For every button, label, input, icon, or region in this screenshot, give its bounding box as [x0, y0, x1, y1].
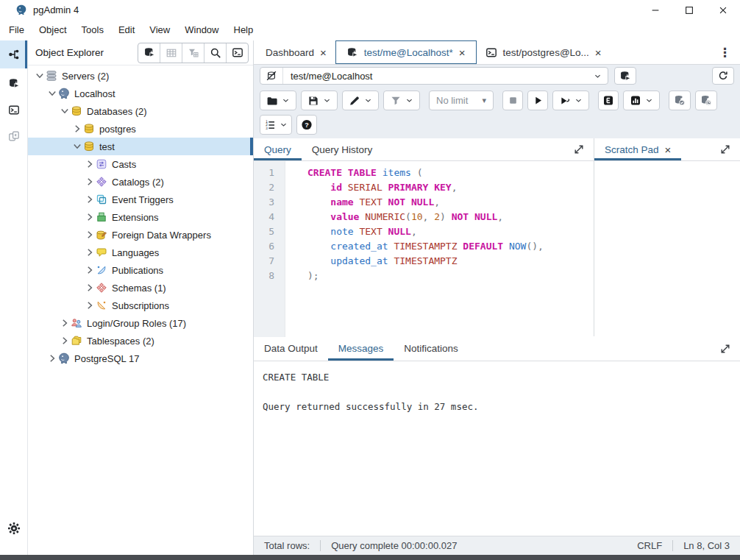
- explain-button[interactable]: [598, 91, 619, 110]
- eol-indicator: CRLF: [627, 540, 672, 551]
- tree-item-foreign-data-wrappers[interactable]: Foreign Data Wrappers: [28, 226, 253, 244]
- chevron-right-icon[interactable]: [84, 247, 96, 258]
- rollback-button[interactable]: [695, 91, 717, 110]
- chevron-right-icon[interactable]: [71, 123, 83, 135]
- pgadmin-window: pgAdmin 4 FileObjectToolsEditViewWindowH…: [0, 0, 740, 560]
- chevron-right-icon[interactable]: [59, 335, 71, 347]
- help-button[interactable]: ?: [296, 115, 317, 135]
- tab-query[interactable]: Query: [254, 138, 302, 160]
- close-icon[interactable]: ×: [595, 47, 602, 58]
- chevron-right-icon[interactable]: [84, 194, 96, 205]
- menu-tools[interactable]: Tools: [74, 20, 111, 40]
- execute-options-button[interactable]: [552, 91, 589, 110]
- tree-item-catalogs-2[interactable]: Catalogs (2): [28, 173, 253, 191]
- querytool-button[interactable]: [138, 43, 160, 63]
- settings-button[interactable]: [0, 521, 27, 536]
- new-connection-button[interactable]: [614, 67, 636, 85]
- scratch-pad-editor[interactable]: [594, 161, 740, 337]
- search-button[interactable]: [204, 43, 226, 63]
- tree-item-tablespaces-2[interactable]: Tablespaces (2): [28, 332, 253, 350]
- tab-scratch-pad[interactable]: Scratch Pad ×: [594, 138, 681, 160]
- expand-icon[interactable]: [573, 143, 585, 155]
- tree-item-test[interactable]: test: [28, 138, 253, 155]
- chevron-right-icon[interactable]: [46, 352, 58, 364]
- tree-item-casts[interactable]: Casts: [28, 155, 253, 173]
- object-explorer-button[interactable]: [0, 40, 27, 68]
- tree-item-postgres[interactable]: postgres: [28, 120, 253, 138]
- lang-icon: [96, 247, 107, 258]
- tree-item-publications[interactable]: Publications: [28, 261, 253, 279]
- sql-editor-content[interactable]: CREATE TABLE items ( id SERIAL PRIMARY K…: [285, 161, 594, 337]
- open-file-button[interactable]: [260, 91, 296, 110]
- swap-layout-button[interactable]: [0, 124, 27, 148]
- tree-item-subscriptions[interactable]: Subscriptions: [28, 297, 253, 314]
- terminal-button[interactable]: [226, 43, 248, 63]
- menu-window[interactable]: Window: [177, 20, 226, 40]
- tree-item-login-group-roles-17[interactable]: Login/Group Roles (17): [28, 314, 253, 332]
- commit-button[interactable]: [669, 91, 691, 110]
- chevron-right-icon[interactable]: [84, 282, 96, 294]
- chevron-down-icon[interactable]: [59, 105, 71, 117]
- menu-view[interactable]: View: [142, 20, 177, 40]
- tree-item-servers-2[interactable]: Servers (2): [28, 67, 253, 85]
- tab-dashboard[interactable]: Dashboard×: [257, 40, 335, 64]
- stop-button[interactable]: [502, 91, 523, 110]
- expand-icon[interactable]: [719, 343, 731, 355]
- expand-icon[interactable]: [719, 143, 731, 155]
- close-icon[interactable]: ×: [459, 47, 466, 58]
- tree-item-localhost[interactable]: Localhost: [28, 85, 253, 102]
- chevron-right-icon[interactable]: [84, 300, 96, 311]
- tab-notifications[interactable]: Notifications: [394, 336, 469, 361]
- tree-item-extensions[interactable]: Extensions: [28, 208, 253, 226]
- macros-button[interactable]: 123: [260, 115, 292, 135]
- reset-layout-button[interactable]: [712, 67, 734, 85]
- menu-edit[interactable]: Edit: [111, 20, 142, 40]
- minimize-button[interactable]: [638, 0, 672, 20]
- menu-file[interactable]: File: [1, 20, 32, 40]
- tab-label: test/me@Localhost*: [364, 47, 453, 58]
- row-limit-select[interactable]: No limit▾: [429, 91, 494, 110]
- connection-select[interactable]: test/me@Localhost: [260, 67, 608, 85]
- query-tool-workspace-button[interactable]: [0, 71, 27, 95]
- close-button[interactable]: [706, 0, 740, 20]
- editor-gutter: 12345678: [254, 161, 285, 337]
- chevron-right-icon[interactable]: [84, 264, 96, 276]
- tree-item-postgresql-17[interactable]: PostgreSQL 17: [28, 350, 253, 367]
- chevron-down-icon[interactable]: [46, 88, 58, 99]
- filter-button[interactable]: [383, 91, 420, 110]
- tree-item-schemas-1[interactable]: Schemas (1): [28, 279, 253, 297]
- menu-help[interactable]: Help: [227, 20, 261, 40]
- tab-menu-kebab-icon[interactable]: ⋮: [710, 40, 740, 64]
- save-file-button[interactable]: [301, 91, 338, 110]
- menu-bar: FileObjectToolsEditViewWindowHelp: [0, 20, 740, 40]
- chevron-right-icon[interactable]: [84, 211, 96, 223]
- explain-analyze-button[interactable]: [623, 91, 660, 110]
- chevron-right-icon[interactable]: [84, 229, 96, 241]
- tab-test-me-localhost[interactable]: test/me@Localhost*×: [335, 40, 477, 64]
- chevron-down-icon[interactable]: [34, 70, 46, 82]
- tree-item-languages[interactable]: Languages: [28, 244, 253, 261]
- chevron-right-icon[interactable]: [84, 158, 96, 170]
- psql-workspace-button[interactable]: [0, 98, 27, 121]
- servers-icon: [46, 70, 57, 82]
- tree-item-databases-2[interactable]: Databases (2): [28, 102, 253, 120]
- edit-button[interactable]: [342, 91, 379, 110]
- tab-messages[interactable]: Messages: [328, 336, 394, 361]
- grid-button[interactable]: [160, 43, 182, 63]
- maximize-button[interactable]: [672, 0, 706, 20]
- menu-object[interactable]: Object: [32, 20, 74, 40]
- db-icon: [83, 123, 95, 135]
- tab-query-history[interactable]: Query History: [302, 138, 383, 160]
- code-line: value NUMERIC(10, 2) NOT NULL,: [307, 210, 594, 224]
- chevron-down-icon[interactable]: [71, 141, 83, 152]
- close-icon[interactable]: ×: [320, 47, 327, 58]
- chevron-right-icon[interactable]: [59, 317, 71, 329]
- roles-icon: [71, 317, 82, 329]
- filtergrid-button[interactable]: [182, 43, 204, 63]
- execute-button[interactable]: [527, 91, 548, 110]
- close-icon[interactable]: ×: [665, 143, 672, 156]
- chevron-right-icon[interactable]: [84, 176, 96, 188]
- tab-test-postgres-lo[interactable]: test/postgres@Lo...×: [477, 40, 611, 64]
- tree-item-event-triggers[interactable]: Event Triggers: [28, 191, 253, 208]
- tab-data-output[interactable]: Data Output: [254, 336, 328, 361]
